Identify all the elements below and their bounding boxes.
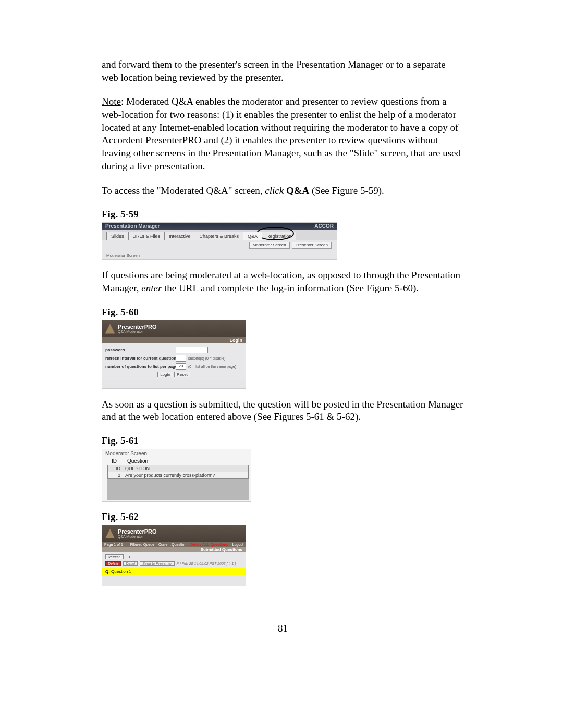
app-name: PresenterPRO: [118, 529, 157, 535]
th-id: ID: [108, 465, 123, 472]
refresh-button[interactable]: Refresh: [105, 554, 124, 559]
per-page-label: number of questions to list per page: [105, 364, 176, 369]
password-input[interactable]: [176, 347, 208, 353]
fig-60-label: Fig. 5-60: [102, 306, 464, 318]
login-heading: Login: [102, 337, 246, 343]
presenterpro-logo-icon: [105, 324, 115, 334]
nav-filtered-queue[interactable]: Filtered Queue: [130, 542, 154, 546]
tab-registration[interactable]: Registration: [262, 232, 296, 240]
q-label: Q:: [105, 569, 110, 574]
password-label: password: [105, 348, 176, 352]
tab-chapters-breaks[interactable]: Chapters & Breaks: [195, 232, 244, 240]
p4-part-italic: enter: [141, 282, 162, 293]
presenterpro-logo-icon: [105, 529, 115, 538]
refresh-interval-input[interactable]: [176, 355, 186, 362]
page-indicator: Page 1 of 1: [104, 542, 123, 546]
app-subtitle: Q&A Moderator: [118, 330, 157, 334]
p3-part-c: (See Figure 5-59).: [309, 185, 384, 196]
paragraph-url-login: If questions are being moderated at a we…: [102, 269, 464, 294]
refresh-interval-label: refresh interval for current question: [105, 356, 176, 361]
app-subtitle: Q&A Moderator: [118, 535, 157, 538]
fig-61: Moderator Screen ID Question ID QUESTION…: [102, 449, 251, 502]
detail-button[interactable]: Detail: [123, 561, 138, 566]
nav-current-question[interactable]: Current Question: [158, 542, 186, 546]
p3-part-a: To access the "Moderated Q&A" screen,: [102, 185, 265, 196]
fig-60: PresenterPRO Q&A Moderator Login passwor…: [102, 320, 246, 389]
fig59-brand: ACCOR: [314, 223, 334, 230]
questions-table: ID QUESTION 2 Are your products currentl…: [107, 465, 249, 479]
nav-delete-all[interactable]: Delete ALL Questions: [190, 542, 228, 546]
timestamp-text: Fri Feb 28 14:05:02 PST 2003 [ # 1 ]: [177, 562, 236, 565]
delete-button[interactable]: Delete: [105, 561, 121, 566]
app-name: PresenterPRO: [118, 324, 157, 330]
tab-urls-files[interactable]: URLs & Files: [128, 232, 165, 240]
tab-qa[interactable]: Q&A: [243, 232, 262, 240]
paragraph-submitted: As soon as a question is submitted, the …: [102, 398, 464, 424]
page-number: 81: [102, 623, 464, 634]
moderator-screen-label: Moderator Screen: [106, 253, 140, 258]
fig59-window-title: Presentation Manager: [105, 223, 160, 230]
note-label: Note: [102, 96, 121, 107]
moderator-screen-button[interactable]: Moderator Screen: [249, 242, 290, 249]
tab-slides[interactable]: Slides: [106, 232, 129, 240]
reset-button[interactable]: Reset: [174, 372, 190, 377]
per-page-hint: (0 = list all on the same page): [188, 365, 236, 368]
refresh-interval-hint: second(s) (0 = disable): [188, 356, 225, 360]
table-row[interactable]: 2 Are your products currently cross-plat…: [108, 472, 249, 478]
fig-59: Presentation Manager ACCOR Slides URLs &…: [102, 222, 337, 260]
paragraph-note: Note: Moderated Q&A enables the moderato…: [102, 95, 464, 172]
paragraph-intro: and forward them to the presenter's scre…: [102, 58, 464, 84]
question-row: Q: Question 1: [102, 568, 246, 575]
p4-part-b: the URL and complete the log-in informat…: [162, 282, 419, 293]
fig-62: PresenterPRO Q&A Moderator Page 1 of 1 F…: [102, 525, 246, 586]
nav-logout[interactable]: Logout: [232, 542, 243, 546]
paragraph-access: To access the "Moderated Q&A" screen, cl…: [102, 184, 464, 198]
p3-part-italic: click: [265, 185, 286, 196]
tab-interactive[interactable]: Interactive: [164, 232, 195, 240]
fig-61-label: Fig. 5-61: [102, 435, 464, 447]
pager-text: [ 1 ]: [127, 555, 133, 559]
cell-id: 2: [108, 472, 123, 478]
per-page-input[interactable]: 20: [176, 363, 186, 370]
cell-question: Are your products currently cross-platfo…: [123, 472, 249, 478]
th-question: QUESTION: [123, 465, 249, 472]
send-to-presenter-button[interactable]: Send to Presenter: [140, 561, 174, 566]
login-button[interactable]: Login: [157, 372, 173, 377]
empty-area: [107, 479, 249, 500]
presenter-screen-button[interactable]: Presenter Screen: [292, 242, 332, 249]
q-text: Question 1: [110, 569, 131, 574]
fig-59-label: Fig. 5-59: [102, 208, 464, 220]
p3-part-bold: Q&A: [286, 185, 309, 196]
col-header-id: ID: [112, 458, 127, 464]
fig-62-label: Fig. 5-62: [102, 511, 464, 523]
submitted-questions-heading: Submitted Questions: [102, 547, 246, 552]
col-header-question: Question: [127, 458, 148, 464]
moderator-screen-heading: Moderator Screen: [102, 449, 251, 458]
note-body: : Moderated Q&A enables the moderator an…: [102, 96, 461, 171]
